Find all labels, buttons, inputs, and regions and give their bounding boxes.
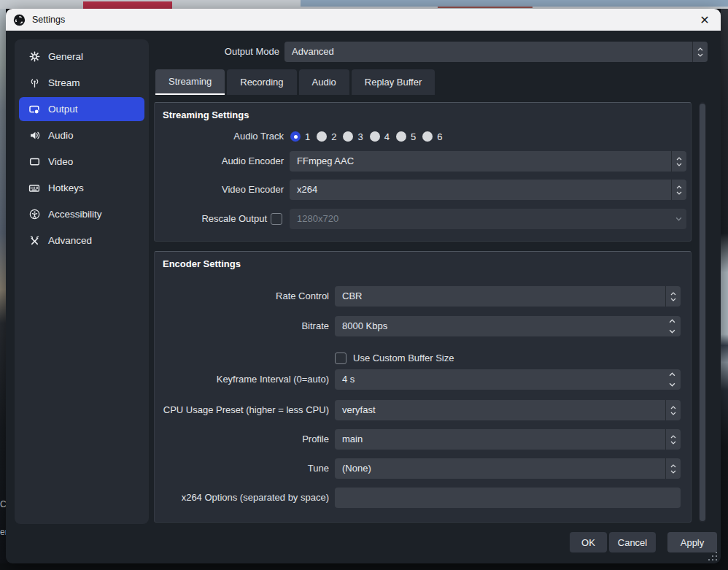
select-spinner[interactable] — [671, 180, 686, 200]
spin-down-arrow[interactable] — [669, 329, 675, 334]
background-window-red-line — [438, 7, 533, 8]
sidebar-item-label: Accessibility — [48, 209, 102, 220]
sidebar-item-label: Hotkeys — [48, 182, 84, 193]
sidebar-item-audio[interactable]: Audio — [19, 123, 144, 147]
sidebar-item-output[interactable]: Output — [19, 97, 144, 121]
audio-track-option-5[interactable]: 5 — [396, 131, 416, 142]
dialog-title: Settings — [32, 15, 65, 25]
cpu-preset-select[interactable]: veryfast — [335, 400, 681, 420]
dialog-titlebar[interactable]: Settings ✕ — [6, 9, 721, 31]
keyframe-interval-value: 4 s — [342, 369, 355, 390]
obs-logo-icon — [13, 14, 26, 26]
radio[interactable] — [343, 131, 353, 142]
sidebar-item-advanced[interactable]: Advanced — [19, 228, 144, 253]
audio-track-option-2[interactable]: 2 — [317, 131, 336, 142]
select-spinner[interactable] — [692, 42, 708, 62]
profile-select[interactable]: main — [335, 429, 681, 450]
keyframe-interval-spinbox[interactable]: 4 s — [335, 369, 681, 390]
settings-dialog: Settings ✕ General Stream — [6, 9, 721, 563]
x264-options-label: x264 Options (separated by space) — [155, 488, 329, 508]
keyframe-interval-label: Keyframe Interval (0=auto) — [155, 369, 329, 390]
tab-streaming[interactable]: Streaming — [155, 69, 225, 95]
content-scrollbar[interactable] — [699, 102, 706, 523]
sidebar-item-label: Stream — [48, 77, 80, 88]
speaker-icon — [28, 130, 40, 142]
bitrate-value: 8000 Kbps — [342, 316, 387, 336]
resize-grip[interactable] — [708, 552, 717, 561]
encoder-settings-group: Encoder Settings Rate Control CBR Bitrat… — [154, 251, 692, 523]
audio-track-radios: 1 2 3 4 5 6 — [290, 126, 442, 147]
cpu-preset-value: veryfast — [342, 400, 376, 420]
sidebar-item-accessibility[interactable]: Accessibility — [19, 202, 144, 226]
accessibility-icon — [28, 209, 40, 220]
tab-recording[interactable]: Recording — [227, 69, 296, 95]
background-text-fragment: Ca — [0, 499, 6, 509]
sidebar-item-stream[interactable]: Stream — [19, 71, 144, 95]
audio-encoder-select[interactable]: FFmpeg AAC — [290, 151, 686, 172]
audio-track-option-1[interactable]: 1 — [290, 131, 310, 142]
rate-control-value: CBR — [342, 286, 362, 307]
ok-button[interactable]: OK — [570, 532, 607, 552]
keyboard-icon — [28, 182, 40, 194]
video-encoder-select[interactable]: x264 — [290, 180, 686, 200]
audio-track-option-4[interactable]: 4 — [370, 131, 390, 142]
radio-selected[interactable] — [290, 131, 301, 142]
use-custom-buffer-checkbox[interactable] — [335, 353, 346, 364]
apply-button[interactable]: Apply — [667, 532, 717, 552]
rate-control-select[interactable]: CBR — [335, 286, 681, 307]
select-spinner[interactable] — [665, 429, 681, 450]
group-title: Streaming Settings — [163, 109, 249, 120]
audio-track-label: Audio Track — [155, 126, 284, 147]
select-spinner[interactable] — [665, 286, 681, 307]
video-encoder-value: x264 — [297, 180, 317, 200]
close-icon[interactable]: ✕ — [696, 12, 713, 28]
sidebar-item-video[interactable]: Video — [19, 150, 144, 174]
audio-track-option-6[interactable]: 6 — [422, 131, 442, 142]
desktop-right-sliver — [721, 9, 728, 570]
desktop-top-strip — [0, 0, 728, 9]
select-spinner[interactable] — [671, 151, 686, 172]
sidebar-item-label: Video — [48, 156, 73, 167]
background-text-fragment: er — [0, 527, 6, 537]
sidebar-item-hotkeys[interactable]: Hotkeys — [19, 176, 144, 200]
output-mode-value: Advanced — [292, 42, 334, 62]
monitor-icon — [28, 156, 40, 168]
spin-up-arrow[interactable] — [669, 372, 675, 377]
desktop-bottom-strip — [0, 563, 728, 570]
tune-value: (None) — [342, 458, 371, 479]
x264-options-input[interactable] — [335, 488, 681, 508]
radio[interactable] — [370, 131, 380, 142]
bitrate-spinbox[interactable]: 8000 Kbps — [335, 316, 681, 336]
output-mode-select[interactable]: Advanced — [284, 42, 708, 62]
spin-up-arrow[interactable] — [669, 319, 675, 323]
tab-audio[interactable]: Audio — [299, 69, 349, 95]
settings-sidebar: General Stream Output — [15, 39, 149, 524]
audio-track-option-3[interactable]: 3 — [343, 131, 363, 142]
cancel-button[interactable]: Cancel — [609, 532, 656, 552]
background-window-red-bar — [83, 1, 172, 9]
rate-control-label: Rate Control — [155, 286, 329, 307]
sidebar-item-label: Advanced — [48, 235, 92, 246]
rescale-output-checkbox[interactable] — [271, 213, 282, 225]
spin-down-arrow[interactable] — [669, 382, 675, 387]
tab-replay-buffer[interactable]: Replay Buffer — [352, 69, 435, 95]
desktop-left-sliver: Ca er — [0, 9, 6, 570]
profile-value: main — [342, 429, 363, 450]
select-dropdown-arrow[interactable] — [671, 209, 686, 229]
background-window-blue-bar — [301, 0, 728, 7]
rescale-output-label: Rescale Output — [155, 209, 267, 229]
streaming-settings-group: Streaming Settings Audio Track 1 2 3 4 5… — [154, 102, 692, 242]
select-spinner[interactable] — [665, 458, 681, 479]
radio[interactable] — [317, 131, 327, 142]
sidebar-item-general[interactable]: General — [19, 45, 144, 69]
select-spinner[interactable] — [665, 400, 681, 420]
rescale-resolution-select[interactable]: 1280x720 — [290, 209, 686, 229]
radio[interactable] — [396, 131, 406, 142]
tools-icon — [28, 235, 40, 247]
cpu-preset-label: CPU Usage Preset (higher = less CPU) — [155, 400, 329, 420]
sidebar-item-label: General — [48, 51, 83, 62]
scrollbar-handle[interactable] — [700, 104, 705, 521]
tune-select[interactable]: (None) — [335, 458, 681, 479]
radio[interactable] — [422, 131, 433, 142]
use-custom-buffer-label: Use Custom Buffer Size — [353, 348, 454, 369]
